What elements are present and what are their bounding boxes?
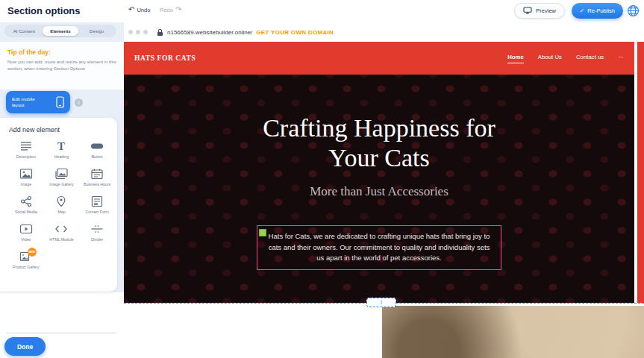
page-title: Section options [7, 5, 81, 16]
undo-button[interactable]: ↶ Undo [128, 6, 150, 13]
site-nav: Home About Us Contact us ⋯ [507, 54, 624, 63]
topbar: Section options ↶ Undo Redo ↷ Preview ✓ … [0, 0, 644, 22]
hero-title-line2: Your Cats [124, 143, 634, 173]
edit-mobile-layout-label: Edit mobile layout [12, 96, 48, 108]
add-element-panel: Add new element Description T Heading Bu… [0, 118, 117, 292]
site-header: HATS FOR CATS Home About Us Contact us ⋯ [124, 42, 634, 75]
globe-icon [627, 4, 640, 17]
element-item-business-hours[interactable]: Business Hours [80, 168, 114, 195]
element-item-heading[interactable]: T Heading [45, 140, 79, 168]
redo-icon: ↷ [175, 6, 181, 13]
new-badge: NEW [28, 248, 37, 257]
element-item-image-gallery[interactable]: Image Gallery [45, 168, 79, 195]
tip-title: Tip of the day: [7, 48, 116, 56]
nav-item-about-us[interactable]: About Us [538, 54, 562, 63]
undo-icon: ↶ [128, 6, 134, 13]
element-item-divider[interactable]: Divider [80, 223, 114, 251]
business-hours-icon [89, 168, 105, 180]
divider-icon [89, 223, 105, 235]
image-icon [18, 168, 34, 180]
lock-icon [157, 28, 163, 37]
get-domain-link[interactable]: GET YOUR OWN DOMAIN [256, 29, 334, 36]
element-item-social-media[interactable]: Social Media [9, 195, 43, 223]
done-button[interactable]: Done [4, 337, 46, 356]
republish-button[interactable]: ✓ Re-Publish [572, 3, 623, 19]
language-globe-button[interactable] [627, 4, 640, 17]
element-grid: Description T Heading Button Image Image… [9, 140, 114, 278]
preview-button[interactable]: Preview [514, 3, 565, 19]
site-logo[interactable]: HATS FOR CATS [134, 54, 196, 62]
window-dot [128, 30, 133, 34]
hero-section[interactable]: Crafting Happiness for Your Cats More th… [124, 75, 634, 303]
phone-icon [56, 96, 64, 109]
element-item-description[interactable]: Description [9, 140, 43, 168]
element-item-video[interactable]: Video [9, 223, 43, 251]
video-icon [18, 223, 34, 235]
image-gallery-icon [53, 168, 69, 180]
add-panel-title: Add new element [9, 126, 114, 134]
svg-text:T: T [57, 140, 65, 152]
browser-bar: n1566589.websitebuilder.online/ GET YOUR… [124, 22, 644, 42]
site-frame: HATS FOR CATS Home About Us Contact us ⋯… [124, 42, 634, 303]
heading-icon: T [53, 140, 69, 152]
redo-label: Redo [160, 7, 173, 13]
element-item-product-gallery[interactable]: NEW Product Gallery [9, 251, 43, 278]
element-item-image[interactable]: Image [9, 168, 43, 195]
site-preview-canvas: n1566589.websitebuilder.online/ GET YOUR… [124, 22, 644, 358]
sidebar-tabs: AI Content Elements Design [4, 25, 116, 37]
sidebar-divider [6, 333, 116, 333]
map-pin-icon [53, 195, 69, 207]
redo-button[interactable]: Redo ↷ [160, 6, 181, 13]
site-scroll-strip [637, 42, 644, 303]
tip-body: Now you can add, move and resize any ele… [7, 59, 116, 72]
tip-card: Tip of the day: Now you can add, move an… [0, 42, 124, 90]
tab-design[interactable]: Design [78, 26, 115, 36]
element-item-map[interactable]: Map [45, 195, 79, 223]
window-dot [143, 30, 148, 34]
section-resize-handle[interactable]: ↕ [366, 298, 396, 307]
hero-subtitle[interactable]: More than Just Accessories [124, 184, 634, 199]
element-item-contact-form[interactable]: Contact Form [80, 195, 114, 223]
check-icon: ✓ [580, 7, 585, 14]
republish-label: Re-Publish [587, 7, 615, 14]
tab-ai-content[interactable]: AI Content [6, 26, 43, 36]
window-dot [136, 30, 140, 34]
nav-item-home[interactable]: Home [507, 54, 524, 63]
tab-elements[interactable]: Elements [43, 26, 79, 36]
sidebar: AI Content Elements Design Tip of the da… [0, 22, 124, 358]
hero-title-line1: Crafting Happiness for [124, 113, 634, 143]
button-icon [89, 140, 105, 152]
preview-label: Preview [536, 7, 556, 14]
drag-handle-green[interactable] [259, 229, 266, 236]
nav-more-button[interactable]: ⋯ [618, 54, 624, 63]
hero-paragraph-box[interactable]: Hats for Cats, we are dedicated to craft… [257, 225, 501, 270]
hero-title[interactable]: Crafting Happiness for Your Cats [124, 75, 634, 173]
hero-paragraph: Hats for Cats, we are dedicated to craft… [266, 231, 493, 264]
social-media-icon [18, 195, 34, 207]
element-item-button[interactable]: Button [80, 140, 114, 168]
edit-mobile-layout-button[interactable]: Edit mobile layout [6, 91, 70, 113]
next-section-image[interactable] [382, 306, 644, 358]
html-module-icon [53, 223, 69, 235]
contact-form-icon [89, 195, 105, 207]
undo-label: Undo [137, 7, 150, 13]
monitor-icon [523, 7, 532, 16]
site-url: n1566589.websitebuilder.online/ [167, 29, 252, 36]
info-icon[interactable]: i [75, 98, 83, 107]
nav-item-contact-us[interactable]: Contact us [576, 54, 604, 63]
element-item-html-module[interactable]: HTML Module [45, 223, 79, 251]
description-icon [18, 140, 34, 152]
